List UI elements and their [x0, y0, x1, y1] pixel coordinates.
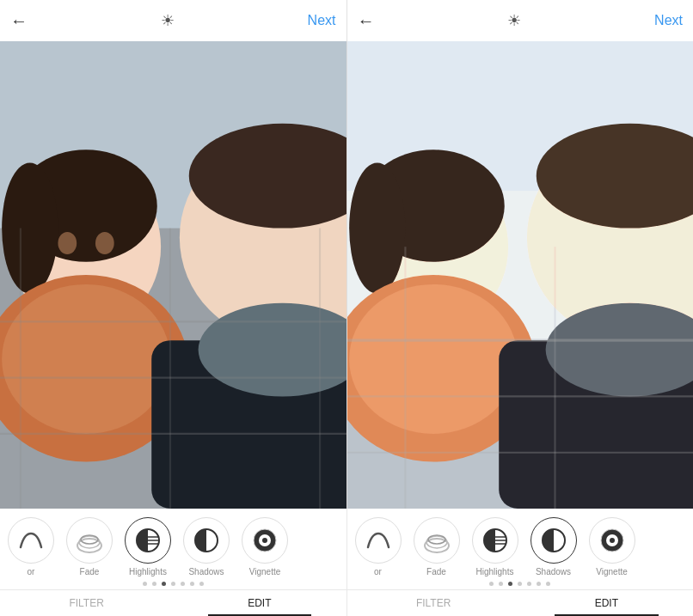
right-tool-highlights[interactable]: Highlights [468, 517, 523, 576]
right-vignette-icon [598, 527, 626, 554]
right-dots-row [347, 576, 694, 589]
right-fade-icon [423, 527, 451, 554]
back-button-left[interactable]: ← [10, 11, 28, 31]
next-button-right[interactable]: Next [654, 13, 683, 28]
right-tool-shadows[interactable]: Shadows [526, 517, 581, 576]
right-toolbar-panel: or Fade [347, 509, 694, 616]
left-tool-highlights-label: Highlights [129, 567, 167, 576]
right-tool-fade-label: Fade [426, 567, 446, 576]
svg-point-36 [349, 162, 405, 293]
dot-1 [143, 582, 147, 586]
vignette-icon [251, 527, 279, 554]
right-tool-shadows-label: Shadows [536, 567, 571, 576]
left-tool-color[interactable]: or [3, 517, 58, 576]
left-panel-header: ← ☀ Next [0, 0, 347, 41]
dot-3 [162, 582, 166, 586]
left-tool-shadows-label: Shadows [188, 567, 224, 576]
rdot-6 [537, 582, 541, 586]
left-tool-vignette[interactable]: Vignette [237, 517, 292, 576]
left-tool-fade[interactable]: Fade [62, 517, 117, 576]
left-vignette-icon-wrap [242, 517, 288, 564]
left-tool-color-label: or [28, 567, 35, 576]
left-filter-tab[interactable]: FILTER [0, 590, 173, 616]
right-tool-vignette-label: Vignette [596, 567, 628, 576]
highlights-icon [134, 527, 162, 554]
right-panel-header: ← ☀ Next [347, 0, 694, 41]
right-tab-bar: FILTER EDIT [347, 589, 694, 616]
left-photo [0, 41, 346, 509]
right-tools-scroll: or Fade [347, 509, 694, 576]
left-highlights-icon-wrap [125, 517, 171, 564]
right-filter-tab[interactable]: FILTER [347, 590, 520, 616]
right-tool-color-label: or [374, 567, 382, 576]
dot-5 [181, 582, 185, 586]
right-color-icon-wrap [355, 517, 402, 564]
shadows-icon [193, 527, 220, 554]
left-tools-scroll: or Fade [0, 509, 346, 576]
right-vignette-icon-wrap [589, 517, 635, 564]
left-tool-fade-label: Fade [80, 567, 100, 576]
svg-point-80 [610, 538, 615, 543]
rdot-1 [489, 582, 494, 586]
right-image-panel [347, 41, 694, 509]
left-shadows-icon-wrap [183, 517, 230, 564]
rdot-3 [508, 582, 512, 586]
rdot-4 [518, 582, 522, 586]
right-shadows-icon [540, 527, 567, 554]
rdot-5 [527, 582, 531, 586]
right-tool-highlights-label: Highlights [476, 567, 514, 576]
left-toolbar-panel: or Fade [0, 509, 347, 616]
right-highlights-icon [481, 527, 509, 554]
left-image-panel [0, 41, 347, 509]
left-tab-bar: FILTER EDIT [0, 589, 346, 616]
dot-6 [190, 582, 194, 586]
left-dots-row [0, 576, 346, 589]
svg-point-38 [349, 284, 518, 434]
left-tool-highlights[interactable]: Highlights [120, 517, 175, 576]
right-highlights-icon-wrap [472, 517, 518, 564]
next-button-left[interactable]: Next [308, 13, 336, 28]
brightness-icon-right[interactable]: ☀ [507, 11, 521, 30]
svg-point-17 [95, 232, 114, 254]
color-arc-icon [17, 527, 45, 554]
left-tool-vignette-label: Vignette [249, 567, 281, 576]
left-tool-shadows[interactable]: Shadows [179, 517, 234, 576]
left-color-icon-wrap [8, 517, 54, 564]
right-edit-tab[interactable]: EDIT [520, 590, 693, 616]
svg-point-11 [2, 284, 170, 434]
right-tool-color[interactable]: or [351, 517, 406, 576]
top-bar: ← ☀ Next ← ☀ Next [0, 0, 693, 41]
brightness-icon-left[interactable]: ☀ [161, 11, 175, 30]
rdot-2 [499, 582, 503, 586]
svg-point-16 [58, 232, 77, 254]
right-fade-icon-wrap [414, 517, 460, 564]
rdot-7 [546, 582, 550, 586]
fade-icon [76, 527, 103, 554]
right-shadows-icon-wrap [530, 517, 577, 564]
back-button-right[interactable]: ← [358, 11, 375, 31]
svg-point-9 [2, 162, 58, 293]
dot-2 [152, 582, 156, 586]
right-photo [347, 41, 694, 509]
left-edit-tab[interactable]: EDIT [173, 590, 346, 616]
right-tool-vignette[interactable]: Vignette [585, 517, 640, 576]
bottom-bar: or Fade [0, 509, 693, 616]
right-tool-fade[interactable]: Fade [409, 517, 464, 576]
left-fade-icon-wrap [66, 517, 113, 564]
dot-4 [171, 582, 175, 586]
right-color-arc-icon [365, 527, 392, 554]
image-area [0, 41, 693, 509]
dot-7 [199, 582, 204, 586]
svg-point-65 [262, 538, 267, 543]
